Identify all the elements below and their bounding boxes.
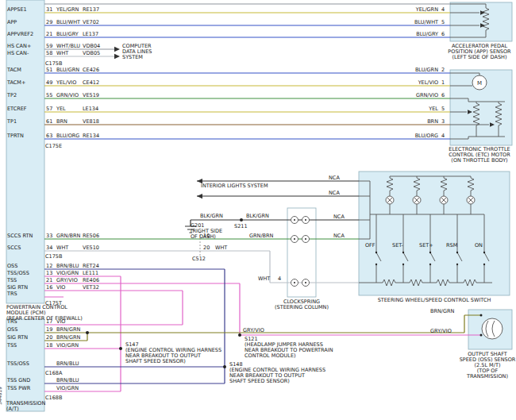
wire-color-label: GRN/BRN (249, 233, 273, 239)
pin-number: 6 (441, 32, 445, 37)
drawing-number: 344619 (0, 387, 2, 405)
pin-number: 49 (46, 80, 52, 86)
interior-lights-label: INTERIOR LIGHTS SYSTEM (201, 183, 268, 189)
pin-number: 20 (203, 245, 210, 251)
pcm-pin-name: APPSE1 (7, 7, 27, 13)
pcm-pin-name: ETCREF (7, 106, 27, 112)
circuit-number: VE702 (83, 20, 99, 25)
wire-color-label: WHT (56, 51, 68, 56)
trans-pin-name: TSS GND (7, 378, 30, 383)
pin-number: 4 (278, 276, 281, 282)
pin-number: 63 (46, 133, 52, 139)
pin-number: 34 (46, 245, 52, 251)
wire-color-label: BLU/ORG (415, 133, 438, 139)
wire-color-label: BRN/BLU (56, 378, 79, 383)
callout-line: SHAFT SPEED SENSOR) (125, 359, 221, 364)
wire-color-label: GRN/VIO (56, 93, 79, 98)
pcm-pin-name: TRS (7, 291, 17, 297)
pin-number: 16 (46, 285, 52, 291)
pin-number: 17 (46, 319, 52, 325)
pcm-pin-name: TPRTN (7, 133, 24, 139)
wire-color-label: BRN/BLU (56, 361, 79, 367)
wire-color-label: BLU/GRN (56, 67, 79, 73)
connector-label: C175E (45, 144, 62, 149)
callout-line: CONTROL MODULE) (245, 353, 333, 359)
circuit-number: LE137 (83, 32, 98, 37)
callout-line: SYSTEM (122, 55, 152, 60)
trans-pin-name: TSS/OSS (7, 361, 29, 367)
trans-pin-name: TSS (7, 343, 17, 349)
splice-s121-callout: S121 (HEADLAMP JUMPER HARNESS NEAR BREAK… (245, 337, 333, 359)
switch-position-label: OFF (365, 243, 375, 249)
wire-color-label: WHT/BLU (56, 44, 80, 49)
wire-color-label: YEL/VIO (418, 80, 438, 86)
pcm-caption: POWERTRAIN CONTROL MODULE (PCM) (REAR CE… (6, 305, 83, 322)
pcm-pin-name: TACM (7, 67, 21, 73)
pcm-pin-name: SIG RTN (7, 285, 28, 291)
pin-number: 57 (46, 106, 52, 112)
pin-number: 20 (46, 335, 52, 341)
switch-position-label: ON (475, 243, 483, 249)
wire-color-label: YEL (429, 106, 438, 112)
switch-position-label: SET- (392, 243, 403, 249)
wire-color-label: BLU/WHT (56, 20, 80, 25)
wire-color-label: BLK/GRN (246, 214, 269, 219)
caption-line: (LEFT SIDE OF DASH) (445, 55, 514, 60)
wire-color-label: YEL/GRN (416, 7, 438, 13)
trans-pin-name: OSS (7, 327, 17, 333)
pcm-pin-name: SCCS (7, 245, 21, 251)
caption-line: TRANSMISSION) (459, 374, 516, 380)
circuit-number: LE134 (83, 106, 98, 112)
wires-blue (44, 25, 450, 139)
trans-pin-name: SIG RTN (7, 335, 28, 341)
wire-color-label: BLK/GRN (200, 214, 223, 219)
wire-color-label: BRN (56, 119, 67, 125)
wire-color-label: GRY/VIO (56, 278, 78, 283)
connector-label: C175B (45, 254, 62, 260)
wire-color-label: BRN/GRN (56, 327, 80, 333)
pin-number: 4 (441, 7, 445, 13)
wire-color-label: VIO/GRN (56, 271, 79, 276)
clockspring-caption: CLOCKSPRING (STEERING COLUMN) (274, 299, 329, 310)
pin-number: 10 (203, 233, 210, 239)
wire-color-label: YEL/GRN (56, 7, 79, 13)
connector-label: C168A (45, 371, 62, 376)
pcm-pin-name: TSS/OSS (7, 271, 29, 276)
pin-number: 59 (46, 44, 52, 49)
oss-sensor-caption: OUTPUT SHAFT SPEED (OSS) SENSOR (2.5L M/… (459, 352, 516, 380)
splice-id: S211 (234, 224, 248, 229)
callout-line: SHAFT SPEED SENSOR) (229, 379, 325, 384)
nca-label: NCA (333, 214, 345, 220)
pin-number: 13 (46, 271, 52, 276)
pcm-pin-name: TACM+ (7, 80, 25, 86)
wire-color-label: VIO/GRN (56, 386, 79, 391)
wire-color-label: GRN/BRN (56, 233, 80, 239)
circuit-number: VE519 (83, 93, 99, 98)
wire-color-label: YEL/VIO (56, 80, 76, 86)
circuit-number: RET24 (83, 264, 99, 269)
transmission-caption: TRANSMISSION (A/T) (6, 401, 45, 412)
pin-number: 19 (46, 327, 52, 333)
caption-line: (ON THROTTLE BODY) (445, 158, 514, 164)
circuit-number: RE406 (83, 278, 99, 283)
caption-line: (REAR CENTER OF FIREWALL) (6, 316, 83, 322)
pin-number: 31 (46, 7, 52, 13)
app-sensor-box (450, 2, 512, 41)
wire-color-label: GRN/VIO (416, 93, 438, 98)
computer-data-lines-callout: COMPUTER DATA LINES SYSTEM (122, 44, 152, 60)
circuit-number: LE111 (83, 271, 98, 276)
speed-control-switch-box (359, 171, 510, 295)
connector-label: C512 (192, 256, 206, 262)
wire-color-label: BLU/WHT (414, 20, 438, 25)
wire-color-label: VIO (56, 285, 65, 291)
wiring-diagram-root: M APPSE1 31 YEL/GRN R (0, 0, 516, 420)
splice-s147-callout: S147 (ENGINE CONTROL WIRING HARNESS NEAR… (125, 342, 221, 364)
wire-color-label: BRN/GRN (56, 335, 80, 341)
pcm-pin-name: APPVREF2 (7, 32, 33, 37)
wire-color-label: GRY/VIO (430, 329, 452, 334)
pin-number: 5 (441, 106, 445, 112)
circuit-number: CE412 (83, 80, 99, 86)
pin-number: 18 (46, 343, 52, 349)
circuit-number: VET32 (83, 285, 99, 291)
pin-number: 55 (46, 93, 52, 98)
